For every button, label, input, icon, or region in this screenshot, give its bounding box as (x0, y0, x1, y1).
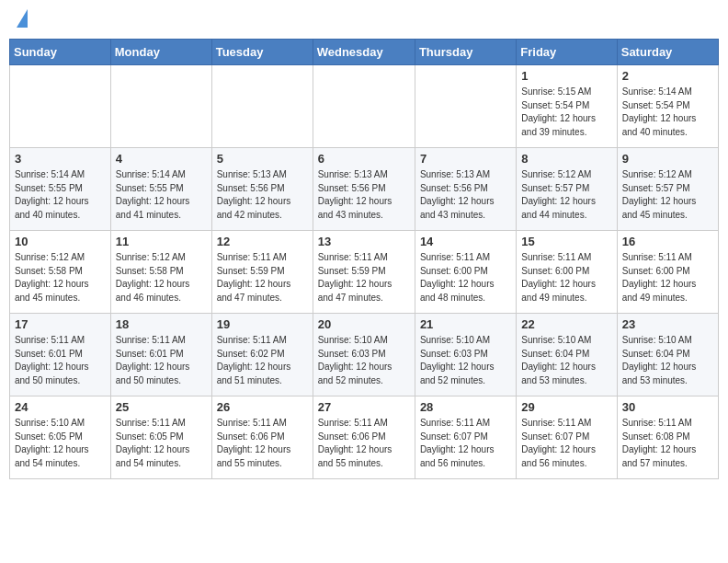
day-number: 8 (521, 152, 611, 166)
day-info: Sunrise: 5:11 AM Sunset: 6:07 PM Dayligh… (420, 417, 511, 470)
calendar-cell: 24Sunrise: 5:10 AM Sunset: 6:05 PM Dayli… (10, 396, 111, 479)
day-number: 22 (521, 317, 611, 331)
calendar-cell: 1Sunrise: 5:15 AM Sunset: 5:54 PM Daylig… (517, 65, 617, 148)
day-number: 14 (420, 235, 511, 248)
calendar-week-row: 3Sunrise: 5:14 AM Sunset: 5:55 PM Daylig… (10, 148, 719, 231)
day-info: Sunrise: 5:14 AM Sunset: 5:55 PM Dayligh… (116, 168, 207, 222)
calendar-header-row: SundayMondayTuesdayWednesdayThursdayFrid… (10, 40, 719, 65)
day-number: 3 (15, 152, 106, 166)
day-info: Sunrise: 5:10 AM Sunset: 6:03 PM Dayligh… (420, 334, 511, 387)
calendar-cell: 3Sunrise: 5:14 AM Sunset: 5:55 PM Daylig… (10, 148, 111, 231)
day-info: Sunrise: 5:12 AM Sunset: 5:57 PM Dayligh… (521, 168, 611, 222)
calendar-cell: 22Sunrise: 5:10 AM Sunset: 6:04 PM Dayli… (517, 314, 617, 396)
day-number: 6 (318, 152, 410, 166)
day-number: 21 (420, 317, 511, 331)
calendar-header-wednesday: Wednesday (313, 40, 415, 65)
calendar-cell: 15Sunrise: 5:11 AM Sunset: 6:00 PM Dayli… (517, 231, 617, 314)
day-info: Sunrise: 5:14 AM Sunset: 5:55 PM Dayligh… (15, 168, 106, 222)
day-number: 2 (622, 69, 713, 83)
day-number: 24 (15, 400, 106, 414)
day-number: 20 (318, 317, 410, 331)
calendar-week-row: 10Sunrise: 5:12 AM Sunset: 5:58 PM Dayli… (10, 231, 719, 314)
calendar-header-friday: Friday (517, 40, 617, 65)
calendar-cell: 9Sunrise: 5:12 AM Sunset: 5:57 PM Daylig… (617, 148, 718, 231)
calendar-cell: 19Sunrise: 5:11 AM Sunset: 6:02 PM Dayli… (211, 314, 313, 396)
calendar-week-row: 17Sunrise: 5:11 AM Sunset: 6:01 PM Dayli… (10, 314, 719, 396)
day-number: 28 (420, 400, 511, 414)
day-info: Sunrise: 5:11 AM Sunset: 5:59 PM Dayligh… (318, 251, 410, 304)
calendar-cell: 27Sunrise: 5:11 AM Sunset: 6:06 PM Dayli… (313, 396, 415, 479)
calendar-week-row: 24Sunrise: 5:10 AM Sunset: 6:05 PM Dayli… (10, 396, 719, 479)
day-number: 5 (217, 152, 308, 166)
calendar-table: SundayMondayTuesdayWednesdayThursdayFrid… (9, 39, 719, 479)
day-info: Sunrise: 5:10 AM Sunset: 6:03 PM Dayligh… (318, 334, 410, 387)
day-number: 19 (217, 317, 308, 331)
page-header (9, 9, 719, 29)
day-number: 9 (622, 152, 713, 166)
day-number: 30 (622, 400, 713, 414)
calendar-cell: 11Sunrise: 5:12 AM Sunset: 5:58 PM Dayli… (110, 231, 211, 314)
calendar-header-sunday: Sunday (10, 40, 111, 65)
calendar-cell: 23Sunrise: 5:10 AM Sunset: 6:04 PM Dayli… (617, 314, 718, 396)
day-info: Sunrise: 5:11 AM Sunset: 6:07 PM Dayligh… (521, 417, 611, 470)
day-info: Sunrise: 5:11 AM Sunset: 5:59 PM Dayligh… (217, 251, 308, 304)
day-info: Sunrise: 5:13 AM Sunset: 5:56 PM Dayligh… (420, 168, 511, 222)
day-info: Sunrise: 5:10 AM Sunset: 6:04 PM Dayligh… (622, 334, 713, 387)
calendar-cell (415, 65, 516, 148)
calendar-cell: 4Sunrise: 5:14 AM Sunset: 5:55 PM Daylig… (110, 148, 211, 231)
logo (14, 9, 28, 29)
logo-triangle-icon (17, 9, 28, 28)
calendar-cell: 13Sunrise: 5:11 AM Sunset: 5:59 PM Dayli… (313, 231, 415, 314)
day-number: 11 (116, 235, 207, 248)
calendar-cell: 26Sunrise: 5:11 AM Sunset: 6:06 PM Dayli… (211, 396, 313, 479)
day-number: 10 (15, 235, 106, 248)
day-number: 17 (15, 317, 106, 331)
calendar-cell (313, 65, 415, 148)
day-number: 7 (420, 152, 511, 166)
day-number: 4 (116, 152, 207, 166)
day-info: Sunrise: 5:13 AM Sunset: 5:56 PM Dayligh… (318, 168, 410, 222)
day-number: 15 (521, 235, 611, 248)
day-number: 1 (521, 69, 611, 83)
calendar-cell (211, 65, 313, 148)
day-number: 25 (116, 400, 207, 414)
day-number: 29 (521, 400, 611, 414)
calendar-cell: 7Sunrise: 5:13 AM Sunset: 5:56 PM Daylig… (415, 148, 516, 231)
day-info: Sunrise: 5:11 AM Sunset: 6:08 PM Dayligh… (622, 417, 713, 470)
calendar-cell: 10Sunrise: 5:12 AM Sunset: 5:58 PM Dayli… (10, 231, 111, 314)
day-info: Sunrise: 5:11 AM Sunset: 6:06 PM Dayligh… (318, 417, 410, 470)
day-number: 23 (622, 317, 713, 331)
day-info: Sunrise: 5:13 AM Sunset: 5:56 PM Dayligh… (217, 168, 308, 222)
calendar-cell: 6Sunrise: 5:13 AM Sunset: 5:56 PM Daylig… (313, 148, 415, 231)
calendar-header-thursday: Thursday (415, 40, 516, 65)
calendar-cell: 17Sunrise: 5:11 AM Sunset: 6:01 PM Dayli… (10, 314, 111, 396)
calendar-cell: 2Sunrise: 5:14 AM Sunset: 5:54 PM Daylig… (617, 65, 718, 148)
day-number: 26 (217, 400, 308, 414)
day-number: 16 (622, 235, 713, 248)
day-info: Sunrise: 5:11 AM Sunset: 6:00 PM Dayligh… (521, 251, 611, 304)
day-info: Sunrise: 5:12 AM Sunset: 5:58 PM Dayligh… (15, 251, 106, 304)
calendar-cell: 29Sunrise: 5:11 AM Sunset: 6:07 PM Dayli… (517, 396, 617, 479)
day-info: Sunrise: 5:12 AM Sunset: 5:57 PM Dayligh… (622, 168, 713, 222)
calendar-cell: 30Sunrise: 5:11 AM Sunset: 6:08 PM Dayli… (617, 396, 718, 479)
day-info: Sunrise: 5:11 AM Sunset: 6:00 PM Dayligh… (622, 251, 713, 304)
day-number: 18 (116, 317, 207, 331)
calendar-cell: 8Sunrise: 5:12 AM Sunset: 5:57 PM Daylig… (517, 148, 617, 231)
calendar-cell: 14Sunrise: 5:11 AM Sunset: 6:00 PM Dayli… (415, 231, 516, 314)
day-info: Sunrise: 5:11 AM Sunset: 6:02 PM Dayligh… (217, 334, 308, 387)
day-info: Sunrise: 5:12 AM Sunset: 5:58 PM Dayligh… (116, 251, 207, 304)
calendar-cell: 12Sunrise: 5:11 AM Sunset: 5:59 PM Dayli… (211, 231, 313, 314)
calendar-cell: 21Sunrise: 5:10 AM Sunset: 6:03 PM Dayli… (415, 314, 516, 396)
calendar-header-monday: Monday (110, 40, 211, 65)
calendar-week-row: 1Sunrise: 5:15 AM Sunset: 5:54 PM Daylig… (10, 65, 719, 148)
calendar-cell: 18Sunrise: 5:11 AM Sunset: 6:01 PM Dayli… (110, 314, 211, 396)
calendar-cell: 20Sunrise: 5:10 AM Sunset: 6:03 PM Dayli… (313, 314, 415, 396)
day-info: Sunrise: 5:11 AM Sunset: 6:01 PM Dayligh… (15, 334, 106, 387)
day-info: Sunrise: 5:10 AM Sunset: 6:05 PM Dayligh… (15, 417, 106, 470)
day-info: Sunrise: 5:11 AM Sunset: 6:06 PM Dayligh… (217, 417, 308, 470)
day-info: Sunrise: 5:11 AM Sunset: 6:05 PM Dayligh… (116, 417, 207, 470)
day-number: 12 (217, 235, 308, 248)
calendar-header-saturday: Saturday (617, 40, 718, 65)
day-info: Sunrise: 5:14 AM Sunset: 5:54 PM Dayligh… (622, 86, 713, 139)
day-info: Sunrise: 5:10 AM Sunset: 6:04 PM Dayligh… (521, 334, 611, 387)
